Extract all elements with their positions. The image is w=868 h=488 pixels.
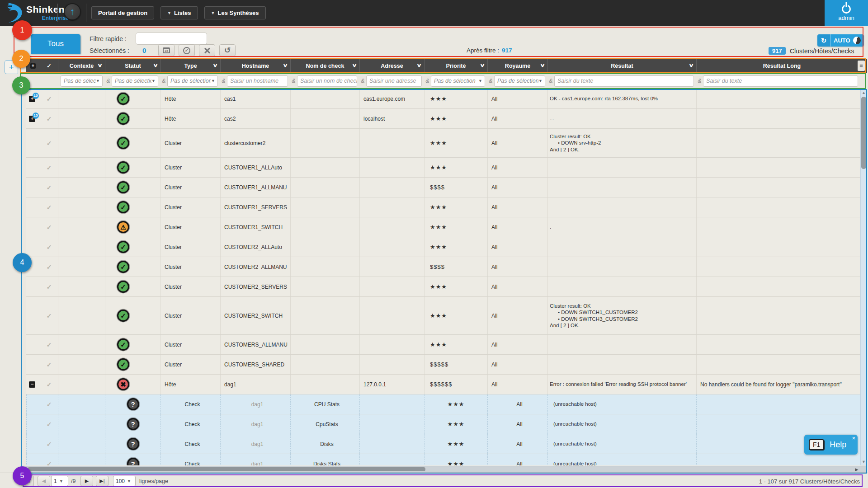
row-select-check-icon[interactable]: ✓ xyxy=(47,204,52,211)
table-row[interactable]: ✓✓ClusterCUSTOMERS_SHARED$$$$$All xyxy=(26,355,860,375)
scroll-up-icon[interactable]: ▲ xyxy=(861,90,867,95)
row-select-check-icon[interactable]: ✓ xyxy=(47,361,52,368)
sort-chevron-icon[interactable]: ∨ xyxy=(283,62,288,68)
row-select-check-icon[interactable]: ✓ xyxy=(47,224,52,231)
table-row[interactable]: ✓✓ClusterCUSTOMER1_SERVERS★★★All xyxy=(26,197,860,217)
row-select-check-icon[interactable]: ✓ xyxy=(47,401,52,408)
row-select-check-icon[interactable]: ✓ xyxy=(47,441,52,448)
first-page-button[interactable]: |◀ xyxy=(21,476,34,486)
filter-select-contexte[interactable]: Pas de sélection▼ xyxy=(61,75,103,87)
menu-item-les-synth-ses[interactable]: ▼Les Synthèses xyxy=(204,6,266,19)
add-view-tab[interactable]: + xyxy=(5,60,18,74)
filter-input-adresse[interactable] xyxy=(367,78,422,84)
next-page-button[interactable]: ▶ xyxy=(80,476,93,486)
column-header-type[interactable]: Type∨ xyxy=(160,59,220,73)
expand-all-icon[interactable]: + xyxy=(30,63,36,69)
filter-select-priorite[interactable]: Pas de sélection▼ xyxy=(431,75,485,87)
table-row[interactable]: ✓✓ClusterCUSTOMERS_ALLMANU★★★All xyxy=(26,335,860,355)
tools-icon[interactable] xyxy=(199,44,215,56)
row-select-check-icon[interactable]: ✓ xyxy=(47,115,52,122)
row-select-check-icon[interactable]: ✓ xyxy=(47,312,52,319)
scroll-top-button[interactable]: ↑ xyxy=(64,3,81,20)
table-row[interactable]: ✓?Checkdag1Disks Stats★★★All(unreachable… xyxy=(26,454,860,465)
undo-icon[interactable]: ↺ xyxy=(219,44,236,56)
row-select-check-icon[interactable]: ✓ xyxy=(47,381,52,388)
calendar-icon[interactable]: 15 xyxy=(158,44,175,56)
table-row[interactable]: ✓✓Clusterclustercustomer2★★★AllCluster r… xyxy=(26,129,860,158)
menu-item-listes[interactable]: ▼Listes xyxy=(160,6,198,19)
row-select-check-icon[interactable]: ✓ xyxy=(47,283,52,291)
row-select-check-icon[interactable]: ✓ xyxy=(47,421,52,428)
shinken-logo[interactable]: Shinken™ Enterprise xyxy=(4,2,69,23)
last-page-button[interactable]: ▶| xyxy=(96,476,108,486)
check-circle-icon[interactable]: ✓ xyxy=(179,44,195,56)
table-row[interactable]: ✓?Checkdag1Disks★★★All(unreachable host) xyxy=(26,434,860,454)
column-header-resultat[interactable]: Résultat∨ xyxy=(547,59,696,73)
filter-input-resultat_long[interactable] xyxy=(703,78,858,84)
table-row[interactable]: +15✓✓Hôtecas2localhost★★★All... xyxy=(26,109,860,129)
column-header-check_name[interactable]: Nom de check∨ xyxy=(290,59,359,73)
table-row[interactable]: ✓✓ClusterCUSTOMER1_ALLMANU$$$$All xyxy=(26,178,860,197)
table-row[interactable]: ✓⚠ClusterCUSTOMER1_SWITCH★★★All. xyxy=(26,217,860,237)
sort-chevron-icon[interactable]: ∨ xyxy=(416,62,422,68)
table-row[interactable]: +15✓✓Hôtecas1cas1.europe.com★★★AllOK - c… xyxy=(26,89,860,109)
filter-select-statut[interactable]: Pas de sélection▼ xyxy=(112,75,158,87)
column-menu-icon[interactable]: ≡ xyxy=(858,61,865,71)
column-header-hostname[interactable]: Hostname∨ xyxy=(220,59,290,73)
column-header-statut[interactable]: Statut∨ xyxy=(105,59,160,73)
vertical-scrollbar-thumb[interactable] xyxy=(861,97,866,169)
quick-filter-input[interactable] xyxy=(136,33,207,45)
filter-input-check_name[interactable] xyxy=(297,78,357,84)
close-icon[interactable]: × xyxy=(852,435,855,441)
row-select-check-icon[interactable]: ✓ xyxy=(47,460,52,466)
auto-toggle[interactable]: AUTO xyxy=(830,34,864,47)
select-all-check-icon[interactable]: ✓ xyxy=(47,62,51,69)
table-row[interactable]: ✓✓ClusterCUSTOMER2_SERVERS★★★All xyxy=(26,277,860,297)
tab-tous[interactable]: Tous xyxy=(31,34,80,54)
table-row[interactable]: ✓✓ClusterCUSTOMER2_SWITCH★★★AllCluster r… xyxy=(26,297,860,335)
table-row[interactable]: ✓?Checkdag1CPU Stats★★★All(unreachable h… xyxy=(26,394,860,414)
table-row[interactable]: ✓✓ClusterCUSTOMER2_ALLAuto★★★All xyxy=(26,237,860,257)
scroll-right-icon[interactable]: ▶ xyxy=(853,466,860,472)
scroll-down-icon[interactable]: ▼ xyxy=(861,460,867,464)
row-select-check-icon[interactable]: ✓ xyxy=(47,164,52,171)
filter-input-hostname[interactable] xyxy=(227,78,288,84)
table-row[interactable]: ✓✓ClusterCUSTOMER2_ALLMANU$$$$All xyxy=(26,257,860,277)
page-size-select[interactable]: 100▼ xyxy=(113,476,136,486)
row-select-check-icon[interactable]: ✓ xyxy=(47,140,52,147)
row-select-check-icon[interactable]: ✓ xyxy=(47,341,52,348)
expand-plus-icon[interactable]: +15 xyxy=(29,116,35,122)
refresh-icon[interactable]: ↻ xyxy=(817,34,830,47)
prev-page-button[interactable]: ◀ xyxy=(38,476,50,486)
collapse-minus-icon[interactable]: − xyxy=(29,381,35,388)
column-header-royaume[interactable]: Royaume∨ xyxy=(487,59,547,73)
column-header-contexte[interactable]: Contexte∨ xyxy=(58,59,105,73)
column-header-priorite[interactable]: Priorité∨ xyxy=(424,59,487,73)
horizontal-scrollbar-thumb[interactable] xyxy=(28,467,425,471)
expand-plus-icon[interactable]: +15 xyxy=(29,96,35,102)
sort-chevron-icon[interactable]: ∨ xyxy=(352,62,357,68)
menu-item-portail-de-gestion[interactable]: Portail de gestion xyxy=(91,6,154,19)
sort-chevron-icon[interactable]: ∨ xyxy=(97,62,103,68)
column-header-adresse[interactable]: Adresse∨ xyxy=(359,59,424,73)
vertical-scrollbar[interactable]: ▲ ▼ xyxy=(860,89,867,465)
filter-select-royaume[interactable]: Pas de sélection▼ xyxy=(494,75,545,87)
filter-input-resultat[interactable] xyxy=(555,78,693,84)
sort-chevron-icon[interactable]: ∨ xyxy=(689,62,694,68)
admin-user-button[interactable]: admin xyxy=(825,0,868,26)
table-row[interactable]: ✓✓ClusterCUSTOMER1_ALLAuto★★★All xyxy=(26,158,860,178)
page-select[interactable]: 1▼ xyxy=(51,476,68,486)
sort-chevron-icon[interactable]: ∨ xyxy=(540,62,545,68)
horizontal-scrollbar[interactable]: ▶ xyxy=(23,466,867,473)
row-select-check-icon[interactable]: ✓ xyxy=(47,184,52,191)
sort-chevron-icon[interactable]: ∨ xyxy=(480,62,485,68)
help-button[interactable]: F1 Help × xyxy=(804,435,858,455)
sort-chevron-icon[interactable]: ∨ xyxy=(153,62,158,68)
sort-chevron-icon[interactable]: ∨ xyxy=(212,62,218,68)
row-select-check-icon[interactable]: ✓ xyxy=(47,263,52,271)
row-select-check-icon[interactable]: ✓ xyxy=(47,95,52,103)
table-row[interactable]: ✓?Checkdag1CpuStats★★★All(unreachable ho… xyxy=(26,414,860,434)
row-select-check-icon[interactable]: ✓ xyxy=(47,244,52,251)
filter-select-type[interactable]: Pas de sélection▼ xyxy=(167,75,218,87)
table-row[interactable]: −✓✖Hôtedag1127.0.0.1$$$$$$AllError : con… xyxy=(26,375,860,394)
